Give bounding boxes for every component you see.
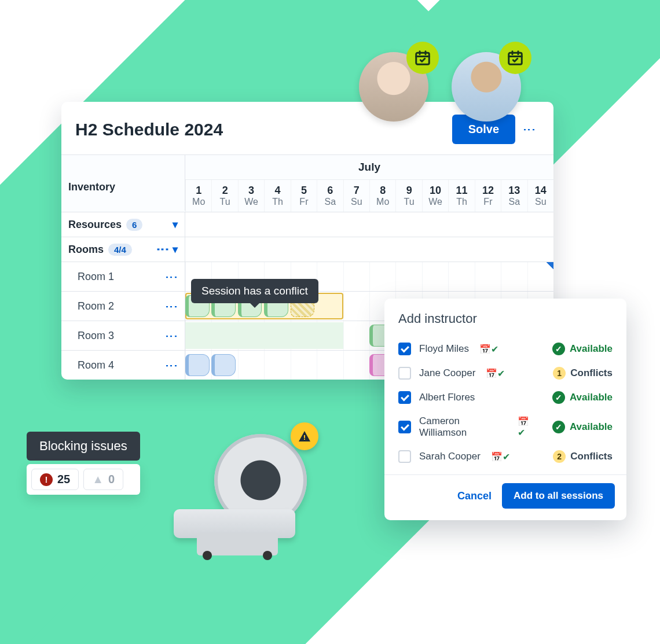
chevron-down-icon: ▾ xyxy=(173,243,178,256)
status-available: ✓Available xyxy=(552,343,613,355)
schedule-cell[interactable] xyxy=(317,351,343,380)
session-span[interactable] xyxy=(185,322,343,349)
calendar-check-icon xyxy=(406,42,439,74)
calendar-ok-icon: 📅✔ xyxy=(491,451,510,462)
group-label: Rooms xyxy=(68,244,104,256)
error-icon: ! xyxy=(40,473,53,486)
warning-icon: ▲ xyxy=(92,473,104,486)
avatar xyxy=(452,52,521,122)
add-to-all-sessions-button[interactable]: Add to all sessions xyxy=(502,483,615,509)
day-header[interactable]: 4Th xyxy=(264,180,290,212)
inventory-header: Inventory xyxy=(61,155,185,211)
room-row-4[interactable]: Room 4 ⋮ xyxy=(61,351,185,380)
room-row-2[interactable]: Room 2 ⋮ xyxy=(61,292,185,321)
room-label: Room 1 xyxy=(78,271,114,283)
avatar xyxy=(359,52,428,122)
kebab-icon[interactable]: ⋮ xyxy=(165,300,178,312)
day-header[interactable]: 13Sa xyxy=(501,180,527,212)
room-label: Room 4 xyxy=(78,359,114,371)
day-header[interactable]: 5Fr xyxy=(291,180,317,212)
day-header[interactable]: 14Su xyxy=(527,180,553,212)
instructor-row: Floyd Miles📅✔✓Available xyxy=(384,337,626,361)
group-rooms[interactable]: Rooms 4/4 ⋮ ▾ xyxy=(61,237,185,262)
day-header-row: 1Mo2Tu3We4Th5Fr6Sa7Su8Mo9Tu10We11Th12Fr1… xyxy=(185,179,553,212)
card-menu-button[interactable]: ⋮ xyxy=(519,119,540,140)
instructor-name: Albert Flores xyxy=(419,392,475,403)
day-header[interactable]: 1Mo xyxy=(185,180,211,212)
errors-chip[interactable]: ! 25 xyxy=(31,469,79,490)
day-header[interactable]: 9Tu xyxy=(395,180,421,212)
group-label: Resources xyxy=(68,219,122,231)
kebab-icon: ⋮ xyxy=(523,123,536,135)
status-conflicts: 1Conflicts xyxy=(553,367,613,380)
instructor-row: Jane Cooper📅✔1Conflicts xyxy=(384,361,626,385)
corner-marker xyxy=(310,262,553,269)
warnings-chip[interactable]: ▲ 0 xyxy=(83,469,123,490)
instructor-name: Sarah Cooper xyxy=(419,451,481,462)
room-row-3[interactable]: Room 3 ⋮ xyxy=(61,321,185,350)
instructor-row: Sarah Cooper📅✔2Conflicts xyxy=(384,444,626,469)
schedule-cell[interactable] xyxy=(291,351,317,380)
errors-count: 25 xyxy=(57,473,70,486)
room-label: Room 3 xyxy=(78,330,114,342)
schedule-cell[interactable] xyxy=(343,292,369,321)
blocking-issues-label: Blocking issues xyxy=(27,432,140,461)
instructor-row: Albert Flores✓Available xyxy=(384,385,626,410)
instructor-checkbox[interactable] xyxy=(398,391,411,404)
status-available: ✓Available xyxy=(552,391,613,404)
mri-device xyxy=(168,428,313,555)
count-badge: 4/4 xyxy=(108,244,132,256)
add-instructor-dialog: Add instructor Floyd Miles📅✔✓AvailableJa… xyxy=(384,299,626,520)
day-header[interactable]: 11Th xyxy=(448,180,474,212)
schedule-cell[interactable] xyxy=(343,351,369,380)
instructor-row: Cameron Williamson📅✔✓Available xyxy=(384,410,626,444)
calendar-ok-icon: 📅✔ xyxy=(486,368,505,379)
chevron-down-icon: ▾ xyxy=(173,218,178,231)
session-block[interactable] xyxy=(211,354,236,376)
calendar-ok-icon: 📅✔ xyxy=(479,344,498,355)
group-resources[interactable]: Resources 6 ▾ xyxy=(61,212,185,237)
status-conflicts: 2Conflicts xyxy=(553,450,613,463)
instructor-name: Jane Cooper xyxy=(419,367,475,379)
schedule-cell[interactable] xyxy=(343,321,369,350)
calendar-check-icon xyxy=(499,42,531,74)
instructor-name: Cameron Williamson xyxy=(419,415,507,439)
day-header[interactable]: 7Su xyxy=(343,180,369,212)
status-available: ✓Available xyxy=(552,421,613,433)
instructor-checkbox[interactable] xyxy=(398,343,411,355)
warnings-count: 0 xyxy=(108,473,115,486)
cancel-button[interactable]: Cancel xyxy=(457,483,492,509)
kebab-icon[interactable]: ⋮ xyxy=(165,330,178,342)
dialog-title: Add instructor xyxy=(384,311,626,337)
day-header[interactable]: 3We xyxy=(238,180,264,212)
room-label: Room 2 xyxy=(78,300,114,312)
instructor-checkbox[interactable] xyxy=(398,421,411,433)
warning-icon xyxy=(291,422,318,450)
calendar-ok-icon: 📅✔ xyxy=(518,416,536,438)
instructor-checkbox[interactable] xyxy=(398,367,411,380)
day-header[interactable]: 6Sa xyxy=(317,180,343,212)
session-block[interactable] xyxy=(185,354,210,376)
schedule-cell[interactable] xyxy=(238,351,264,380)
kebab-icon[interactable]: ⋮ xyxy=(165,359,178,371)
month-label: July xyxy=(185,155,553,179)
day-header[interactable]: 10We xyxy=(422,180,448,212)
page-title: H2 Schedule 2024 xyxy=(75,120,223,139)
instructor-name: Floyd Miles xyxy=(419,343,469,355)
schedule-cell[interactable] xyxy=(264,351,290,380)
count-badge: 6 xyxy=(126,219,142,231)
svg-rect-0 xyxy=(416,53,430,64)
day-header[interactable]: 8Mo xyxy=(369,180,395,212)
tooltip-conflict: Session has a conflict xyxy=(191,279,318,303)
day-header[interactable]: 2Tu xyxy=(211,180,237,212)
instructor-checkbox[interactable] xyxy=(398,450,411,463)
day-header[interactable]: 12Fr xyxy=(475,180,501,212)
kebab-icon[interactable]: ⋮ xyxy=(156,243,169,256)
kebab-icon[interactable]: ⋮ xyxy=(165,271,178,283)
room-row-1[interactable]: Room 1 ⋮ xyxy=(61,262,185,291)
svg-rect-1 xyxy=(509,53,522,64)
